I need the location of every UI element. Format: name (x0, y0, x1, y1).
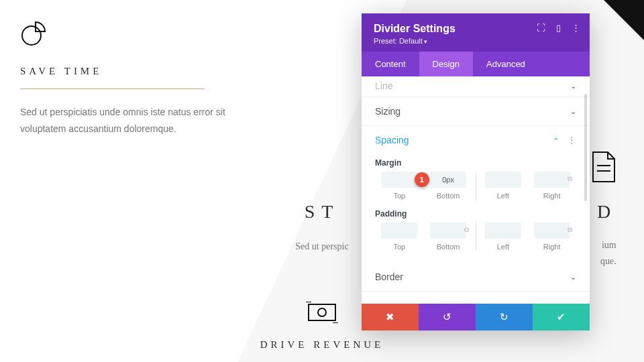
panel-scrollbar[interactable] (584, 94, 587, 201)
padding-label: Padding (375, 209, 576, 219)
annotation-badge-1: 1 (415, 172, 429, 187)
side-label-left: Left (479, 192, 528, 200)
document-icon (590, 151, 617, 183)
link-values-icon[interactable]: ⧉ (568, 175, 572, 183)
money-icon (306, 302, 338, 323)
redo-button[interactable]: ↻ (476, 304, 533, 330)
section-spacing-label: Spacing (375, 135, 409, 145)
chevron-down-icon: ⌄ (570, 82, 576, 90)
heading-drive-revenue: DRIVE REVENUE (0, 338, 644, 352)
heading-save-time: SAVE TIME (20, 64, 241, 78)
side-label-bottom: Bottom (424, 243, 473, 251)
side-label-right: Right (527, 192, 576, 200)
margin-top-input[interactable] (381, 172, 417, 188)
svg-point-0 (22, 26, 41, 45)
preset-selector[interactable]: Preset: Default (374, 37, 578, 45)
panel-footer: ✖ ↺ ↻ ✔ (362, 304, 590, 330)
padding-bottom-input[interactable] (430, 223, 466, 239)
margin-label: Margin (375, 158, 576, 168)
link-values-icon[interactable]: ⧉ (464, 226, 469, 234)
section-sizing-label: Sizing (375, 106, 400, 117)
side-label-left: Left (479, 243, 528, 251)
padding-top-input[interactable] (381, 223, 417, 239)
tab-content[interactable]: Content (362, 52, 419, 76)
section-sizing[interactable]: Sizing ⌄ (362, 97, 590, 126)
spacing-controls: Margin Top Bottom 1 Left Right ⧉ Padding (362, 158, 590, 263)
link-values-icon[interactable]: ⧉ (568, 226, 572, 234)
body-center-right-1: ium (600, 240, 616, 251)
svg-point-2 (318, 308, 326, 316)
panel-header[interactable]: Divider Settings Preset: Default ⛶ ▯ ⋮ (362, 13, 590, 52)
kebab-menu-icon[interactable]: ⋮ (572, 23, 580, 33)
chevron-down-icon: ⌄ (570, 273, 576, 282)
tab-design[interactable]: Design (419, 52, 473, 76)
heading-center-left: ST (305, 201, 340, 222)
body-center-right-2: que. (600, 256, 616, 267)
panel-tabs: Content Design Advanced (362, 52, 590, 76)
svg-rect-1 (309, 304, 335, 320)
chevron-down-icon: ⌄ (570, 107, 576, 116)
undo-button[interactable]: ↺ (419, 304, 476, 330)
save-button[interactable]: ✔ (533, 304, 590, 330)
side-label-top: Top (375, 243, 424, 251)
side-label-right: Right (527, 243, 576, 251)
section-border[interactable]: Border ⌄ (362, 263, 590, 292)
body-center-left: Sed ut perspic (295, 241, 348, 251)
cancel-button[interactable]: ✖ (362, 304, 419, 330)
heading-rule (20, 88, 205, 89)
pie-chart-icon (20, 20, 47, 47)
section-line-label: Line (375, 80, 392, 91)
padding-left-input[interactable] (485, 223, 521, 239)
section-border-label: Border (375, 272, 403, 282)
margin-bottom-input[interactable] (430, 172, 466, 188)
padding-right-input[interactable] (534, 223, 570, 239)
column-icon[interactable]: ▯ (556, 23, 561, 33)
chevron-up-icon: ⌃ (553, 137, 559, 145)
body-text-left: Sed ut perspiciatis unde omnis iste natu… (20, 104, 241, 137)
side-label-bottom: Bottom (424, 192, 473, 200)
divider-settings-panel: Divider Settings Preset: Default ⛶ ▯ ⋮ C… (362, 13, 590, 330)
expand-icon[interactable]: ⛶ (537, 23, 545, 33)
margin-right-input[interactable] (534, 172, 570, 188)
section-line[interactable]: Line ⌄ (362, 76, 590, 97)
side-label-top: Top (375, 192, 424, 200)
section-spacing[interactable]: Spacing ⌃ ⋮ (362, 126, 590, 154)
heading-center-right: D (597, 201, 617, 222)
margin-left-input[interactable] (485, 172, 521, 188)
section-options-icon[interactable]: ⋮ (567, 135, 576, 145)
tab-advanced[interactable]: Advanced (473, 52, 539, 76)
